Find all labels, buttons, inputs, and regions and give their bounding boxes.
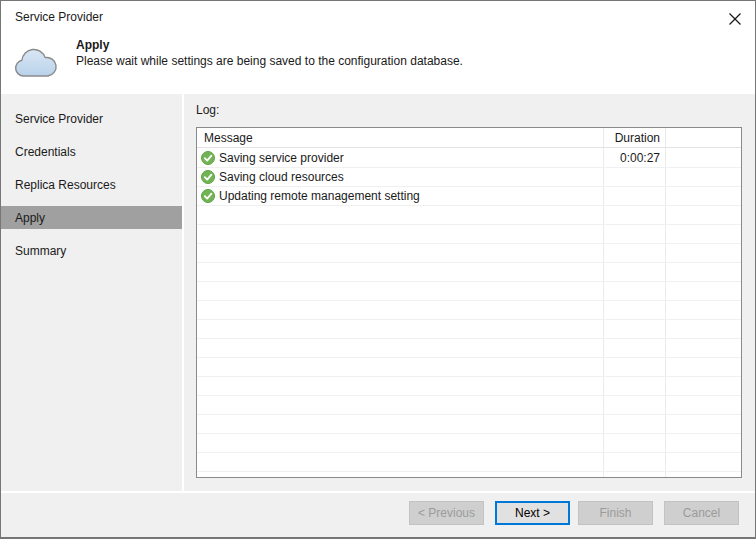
wizard-header: Apply Please wait while settings are bei… xyxy=(1,33,755,94)
sidebar-item-summary[interactable]: Summary xyxy=(1,239,182,262)
log-table: Message Duration Saving service provider… xyxy=(196,127,742,478)
wizard-footer: < Previous Next > Finish Cancel xyxy=(1,491,755,537)
sidebar-item-apply[interactable]: Apply xyxy=(1,206,182,229)
column-header-duration: Duration xyxy=(603,131,660,145)
sidebar-item-credentials[interactable]: Credentials xyxy=(1,140,182,163)
sidebar-item-label: Service Provider xyxy=(15,112,103,126)
service-provider-wizard-window: Service Provider Apply Please wait while xyxy=(0,0,756,539)
sidebar-item-label: Summary xyxy=(15,244,66,258)
sidebar-item-service-provider[interactable]: Service Provider xyxy=(1,107,182,130)
log-duration: 0:00:27 xyxy=(603,151,660,165)
log-message: Saving service provider xyxy=(219,151,344,165)
log-table-header: Message Duration xyxy=(197,128,741,148)
finish-button[interactable]: Finish xyxy=(578,501,653,525)
window-title: Service Provider xyxy=(15,10,103,24)
cancel-button[interactable]: Cancel xyxy=(664,501,739,525)
close-icon[interactable] xyxy=(726,10,744,28)
previous-button[interactable]: < Previous xyxy=(409,501,484,525)
success-check-icon xyxy=(201,170,215,187)
wizard-body: Service Provider Credentials Replica Res… xyxy=(1,94,755,491)
success-check-icon xyxy=(201,151,215,168)
sidebar-item-label: Replica Resources xyxy=(15,178,116,192)
sidebar-item-replica-resources[interactable]: Replica Resources xyxy=(1,173,182,196)
column-header-message: Message xyxy=(204,131,253,145)
step-description: Please wait while settings are being sav… xyxy=(76,54,463,68)
table-row: Saving cloud resources xyxy=(197,168,741,187)
next-button[interactable]: Next > xyxy=(495,501,570,525)
success-check-icon xyxy=(201,189,215,206)
sidebar-item-label: Apply xyxy=(15,211,45,225)
log-label: Log: xyxy=(196,103,219,117)
cloud-icon xyxy=(14,45,58,83)
apply-step-content: Log: Message Duration xyxy=(186,94,755,491)
sidebar-item-label: Credentials xyxy=(15,145,76,159)
title-bar: Service Provider xyxy=(1,1,755,33)
log-message: Updating remote management setting xyxy=(219,189,420,203)
table-row: Saving service provider 0:00:27 xyxy=(197,149,741,168)
log-message: Saving cloud resources xyxy=(219,170,344,184)
log-table-rows: Saving service provider 0:00:27 Saving c… xyxy=(197,149,741,477)
step-title: Apply xyxy=(76,38,109,52)
table-row: Updating remote management setting xyxy=(197,187,741,206)
wizard-steps-sidebar: Service Provider Credentials Replica Res… xyxy=(1,94,184,491)
